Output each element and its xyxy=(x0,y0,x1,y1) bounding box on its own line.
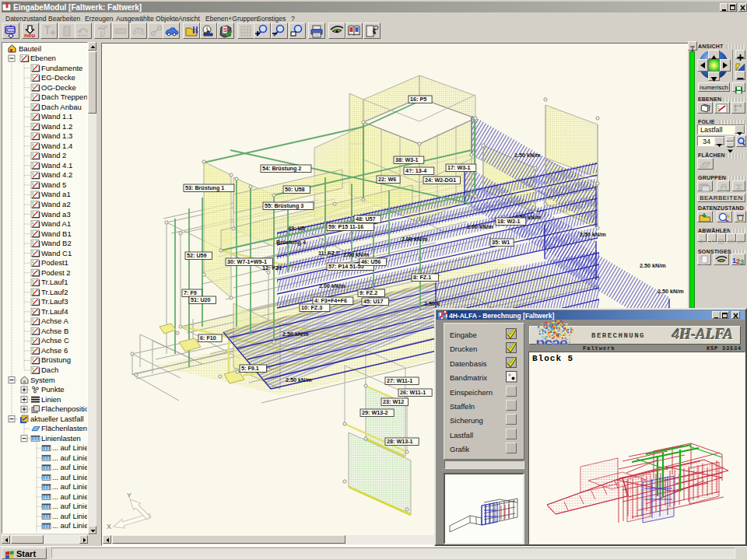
svg-text:2.00 kN/m: 2.00 kN/m xyxy=(319,282,345,289)
svg-text:12: FZ1: 12: FZ1 xyxy=(262,264,282,271)
svg-text:35: W1: 35: W1 xyxy=(492,239,510,246)
svg-text:17: W3-1: 17: W3-1 xyxy=(447,164,471,171)
svg-text:Ebenen: Ebenen xyxy=(30,54,56,62)
svg-text:16: P5: 16: P5 xyxy=(410,96,426,103)
svg-text:Podest1: Podest1 xyxy=(41,258,68,267)
svg-text:... auf Linie 9: ... auf Linie 9 xyxy=(52,482,87,491)
svg-text:Achse A: Achse A xyxy=(41,317,69,325)
svg-text:2.00 kN/m: 2.00 kN/m xyxy=(402,236,428,243)
svg-text:... auf Linie 6: ... auf Linie 6 xyxy=(52,492,87,501)
svg-text:Tr.Lauf4: Tr.Lauf4 xyxy=(41,307,68,316)
svg-text:Wand A1: Wand A1 xyxy=(41,219,71,228)
svg-text:2.50 kN/m: 2.50 kN/m xyxy=(286,376,312,383)
svg-text:... auf Linie 7: ... auf Linie 7 xyxy=(52,521,87,530)
svg-text:Wand 5: Wand 5 xyxy=(41,180,66,189)
svg-text:4: F3+F4+F6: 4: F3+F4+F6 xyxy=(314,297,347,304)
svg-text:2.50 kN/m: 2.50 kN/m xyxy=(658,288,684,295)
svg-text:... auf Linie 5: ... auf Linie 5 xyxy=(52,443,87,452)
svg-text:2.00 kN/m: 2.00 kN/m xyxy=(467,223,493,230)
svg-text:Wand a1: Wand a1 xyxy=(41,190,71,198)
svg-text:Wand 1.4: Wand 1.4 xyxy=(41,142,72,150)
svg-text:Wand a2: Wand a2 xyxy=(41,200,71,208)
svg-text:Wand C1: Wand C1 xyxy=(41,249,72,257)
svg-text:aktueller Lastfall: aktueller Lastfall xyxy=(30,415,84,423)
svg-text:... auf Linie 5: ... auf Linie 5 xyxy=(52,453,87,462)
svg-text:Tr.Lauf3: Tr.Lauf3 xyxy=(41,297,68,306)
svg-text:Achse B: Achse B xyxy=(41,327,68,335)
svg-text:59: P15 11-16: 59: P15 11-16 xyxy=(328,223,363,230)
svg-text:27: W11-1: 27: W11-1 xyxy=(387,377,412,384)
svg-text:Wand a3: Wand a3 xyxy=(41,210,71,219)
svg-text:... auf Linie 6: ... auf Linie 6 xyxy=(52,502,87,510)
svg-text:18: W2-1: 18: W2-1 xyxy=(497,218,521,225)
svg-text:Flächenposition: Flächenposition xyxy=(41,404,87,413)
svg-text:26: W11-1: 26: W11-1 xyxy=(400,389,426,396)
svg-text:49: U5: 49: U5 xyxy=(288,225,305,232)
svg-text:29: W13-2: 29: W13-2 xyxy=(362,409,388,416)
svg-text:Wand 1.3: Wand 1.3 xyxy=(41,131,72,140)
svg-text:Wand 4.1: Wand 4.1 xyxy=(41,161,72,170)
svg-text:Dach Treppenha: Dach Treppenha xyxy=(41,93,87,101)
svg-text:46: U56: 46: U56 xyxy=(361,258,381,265)
svg-text:Y: Y xyxy=(127,492,132,499)
svg-text:... auf Linie 9: ... auf Linie 9 xyxy=(52,473,87,481)
svg-text:Achse C: Achse C xyxy=(41,336,69,345)
svg-text:30: W7-1+W9-1: 30: W7-1+W9-1 xyxy=(227,258,267,265)
svg-text:7: F9: 7: F9 xyxy=(184,289,197,296)
svg-text:Wand 2: Wand 2 xyxy=(41,151,66,159)
svg-text:Brüstung 4: Brüstung 4 xyxy=(276,239,306,246)
svg-text:EG-Decke: EG-Decke xyxy=(41,73,75,82)
svg-text:neu: neu xyxy=(24,32,35,38)
svg-text:11: FZ.7: 11: FZ.7 xyxy=(318,250,339,257)
svg-text:2.50 kN/m: 2.50 kN/m xyxy=(640,262,666,269)
svg-text:... auf Linie 7: ... auf Linie 7 xyxy=(52,531,87,533)
svg-text:2.50 kN/m: 2.50 kN/m xyxy=(282,331,309,338)
svg-text:3: 3 xyxy=(740,258,744,265)
svg-text:Wand 4.2: Wand 4.2 xyxy=(41,170,72,179)
svg-text:Achse 6: Achse 6 xyxy=(41,346,68,355)
svg-text:22: W6: 22: W6 xyxy=(378,176,396,183)
svg-text:Tr.Lauf1: Tr.Lauf1 xyxy=(41,278,68,286)
svg-text:9: FZ.2: 9: FZ.2 xyxy=(359,289,377,296)
svg-text:Tr.Lauf2: Tr.Lauf2 xyxy=(41,288,68,296)
svg-text:Brüstung: Brüstung xyxy=(41,355,71,364)
svg-text:45: U17: 45: U17 xyxy=(363,298,384,305)
svg-text:2.50 kN/m: 2.50 kN/m xyxy=(580,231,606,238)
svg-text:... auf Linie 6: ... auf Linie 6 xyxy=(52,512,87,520)
svg-text:5: F9.1: 5: F9.1 xyxy=(241,365,259,372)
svg-text:28: W13-1: 28: W13-1 xyxy=(387,438,413,445)
svg-text:38: W3-1: 38: W3-1 xyxy=(395,156,419,163)
svg-text:8: FZ.1: 8: FZ.1 xyxy=(413,274,431,281)
svg-text:53: Brüstung 1: 53: Brüstung 1 xyxy=(185,184,224,191)
svg-text:Dach Anbau: Dach Anbau xyxy=(41,103,82,111)
svg-text:50: U58: 50: U58 xyxy=(285,186,305,193)
svg-text:alle: alle xyxy=(738,240,745,244)
svg-text:Punkte: Punkte xyxy=(41,385,65,394)
svg-text:51: U20: 51: U20 xyxy=(191,296,211,303)
svg-text:24: W2-DG1: 24: W2-DG1 xyxy=(425,177,456,184)
svg-text:2.50 kN/m: 2.50 kN/m xyxy=(514,152,541,159)
svg-text:48: U57: 48: U57 xyxy=(356,215,376,222)
svg-text:57: P14 51-55: 57: P14 51-55 xyxy=(328,263,364,270)
svg-text:... auf Linie 8: ... auf Linie 8 xyxy=(52,463,87,471)
svg-text:Linien: Linien xyxy=(41,395,61,404)
svg-text:Wand B1: Wand B1 xyxy=(41,229,72,238)
svg-text:10: FZ.3: 10: FZ.3 xyxy=(301,304,322,311)
svg-text:Flächenlasten: Flächenlasten xyxy=(41,424,87,432)
svg-text:Bauteil: Bauteil xyxy=(19,44,41,53)
svg-text:4?: 13-4: 4?: 13-4 xyxy=(405,167,426,174)
svg-text:52: U59: 52: U59 xyxy=(187,252,207,259)
svg-text:2.50 k: 2.50 k xyxy=(424,300,440,307)
svg-text:Dach: Dach xyxy=(41,366,58,374)
svg-text:23: W12: 23: W12 xyxy=(383,398,404,405)
svg-text:OG-Decke: OG-Decke xyxy=(41,83,76,92)
svg-text:Podest 2: Podest 2 xyxy=(41,268,71,277)
svg-text:Fundamente: Fundamente xyxy=(41,64,82,72)
svg-text:Wand 1.1: Wand 1.1 xyxy=(41,112,72,121)
svg-text:55: Brüstung 3: 55: Brüstung 3 xyxy=(265,202,303,209)
svg-text:Linienlasten: Linienlasten xyxy=(41,434,81,443)
svg-text:X: X xyxy=(107,523,111,530)
svg-text:S: S xyxy=(223,27,227,33)
svg-text:6: F10: 6: F10 xyxy=(200,334,216,341)
svg-text:2.00 kN/m: 2.00 kN/m xyxy=(343,251,370,258)
